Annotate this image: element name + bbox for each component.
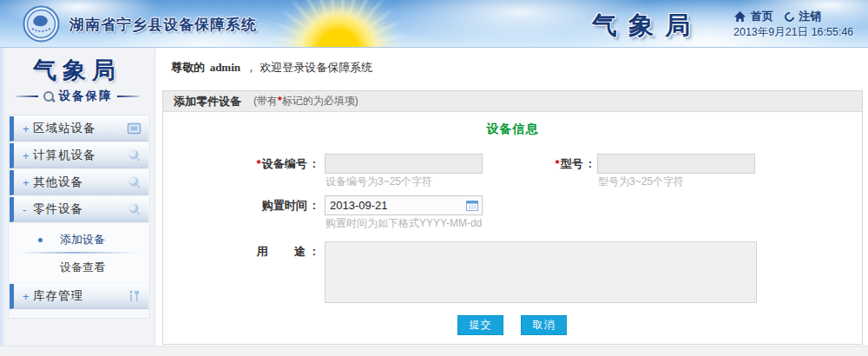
device-info-form: 设备信息 *设备编号: 设备编号为3~25个字符 *型号:: [163, 112, 862, 344]
sidebar-item-other-equipment[interactable]: + 其他设备: [10, 170, 148, 195]
required-note: (带有*标记的为必填项): [253, 94, 358, 109]
device-swoosh-icon: [127, 175, 141, 189]
subitem-label: 设备查看: [60, 260, 105, 274]
sidebar-item-computer-equipment[interactable]: + 计算机设备: [10, 143, 148, 168]
parts-equipment-submenu: 添加设备 设备查看: [10, 224, 148, 282]
required-asterisk: *: [257, 157, 261, 170]
label-text: 用途: [257, 241, 332, 261]
purchase-date-hint: 购置时间为如下格式YYYY-MM-dd: [326, 216, 482, 231]
subitem-label: 添加设备: [60, 233, 105, 246]
expand-plus-icon: +: [23, 290, 33, 303]
note-text: 标记的为必填项): [282, 95, 358, 107]
expand-plus-icon: +: [23, 149, 33, 162]
welcome-username: admin: [208, 61, 242, 74]
colon: :: [312, 245, 316, 258]
sidebar-subtitle-row: 设备保障: [0, 89, 155, 104]
sidebar-subitem-view-device[interactable]: 设备查看: [10, 257, 148, 278]
top-banner: 湖南省宁乡县设备保障系统 气象局 首页 注销 2013年9月21日 16:55:…: [0, 0, 868, 48]
add-part-equipment-panel: 添加零件设备 (带有*标记的为必填项) 设备信息 *设备编号: 设备编号为3~2…: [162, 90, 863, 345]
usage-label: 用途:: [163, 241, 316, 261]
footer-strip: [0, 346, 868, 356]
system-title: 湖南省宁乡县设备保障系统: [69, 15, 257, 35]
colon: :: [589, 157, 592, 170]
welcome-suffix: ， 欢迎登录设备保障系统: [246, 61, 373, 74]
sidebar-item-label: 区域站设备: [33, 121, 96, 136]
label-text: 设备编号: [262, 157, 307, 170]
model-field-wrap: [597, 154, 755, 174]
sidebar-menu: + 区域站设备 + 计算机设备: [8, 115, 150, 319]
device-number-label: *设备编号:: [163, 154, 316, 174]
purchase-date-input[interactable]: [326, 196, 463, 214]
logout-icon[interactable]: [783, 10, 796, 23]
datetime-text: 2013年9月21日 16:55:46: [733, 25, 853, 40]
divider: [20, 252, 138, 254]
sidebar-item-parts-equipment[interactable]: - 零件设备: [10, 197, 148, 222]
sidebar-item-inventory-management[interactable]: + 库存管理: [10, 284, 148, 309]
collapse-minus-icon: -: [23, 203, 33, 216]
monitor-icon: [127, 122, 141, 135]
submit-button[interactable]: 提交: [457, 315, 503, 335]
cancel-button[interactable]: 取消: [521, 315, 567, 335]
main-content: 尊敬的 admin ， 欢迎登录设备保障系统 添加零件设备 (带有*标记的为必填…: [155, 48, 868, 346]
welcome-message: 尊敬的 admin ， 欢迎登录设备保障系统: [155, 48, 868, 77]
usage-textarea[interactable]: [325, 241, 757, 303]
sidebar-subitem-add-device[interactable]: 添加设备: [10, 229, 148, 250]
colon: :: [312, 199, 316, 212]
note-text: (带有: [253, 95, 278, 107]
tools-icon: [127, 289, 141, 303]
expand-plus-icon: +: [23, 122, 33, 135]
bullet-icon: [38, 238, 43, 242]
model-label: *型号:: [443, 154, 592, 174]
sun-graphic: [269, 0, 408, 48]
label-text: 购置时间: [262, 199, 307, 212]
device-number-hint: 设备编号为3~25个字符: [326, 175, 432, 189]
sidebar-item-label: 零件设备: [33, 201, 83, 217]
panel-title: 添加零件设备: [174, 94, 241, 109]
divider: [16, 96, 38, 97]
model-hint: 型号为3~25个字符: [598, 175, 684, 189]
device-swoosh-icon: [127, 202, 141, 216]
divider: [117, 96, 140, 97]
label-text: 型号: [561, 157, 583, 170]
bureau-title: 气象局: [592, 9, 701, 43]
sidebar-title: 气象局: [0, 55, 155, 86]
device-swoosh-icon: [127, 148, 141, 162]
sidebar-item-label: 计算机设备: [33, 148, 96, 163]
home-icon[interactable]: [733, 10, 746, 23]
expand-plus-icon: +: [23, 176, 33, 189]
calendar-icon[interactable]: [466, 200, 478, 211]
search-icon: [43, 90, 55, 102]
logout-link[interactable]: 注销: [799, 9, 821, 24]
page: 湖南省宁乡县设备保障系统 气象局 首页 注销 2013年9月21日 16:55:…: [0, 0, 868, 356]
purchase-date-field-wrap: [325, 195, 483, 215]
colon: :: [312, 157, 316, 170]
bureau-logo-icon: [23, 5, 60, 43]
section-title: 设备信息: [163, 122, 862, 137]
sidebar-item-label: 其他设备: [33, 175, 83, 190]
sidebar: 气象局 设备保障 + 区域站设备: [0, 48, 155, 346]
sidebar-item-regional-station-equipment[interactable]: + 区域站设备: [10, 116, 148, 142]
sidebar-item-label: 库存管理: [33, 288, 83, 304]
required-asterisk: *: [556, 157, 560, 170]
model-input[interactable]: [598, 155, 754, 173]
purchase-date-label: 购置时间:: [163, 195, 316, 215]
sidebar-subtitle: 设备保障: [59, 89, 113, 104]
home-link[interactable]: 首页: [751, 9, 773, 24]
welcome-prefix: 尊敬的: [171, 61, 205, 74]
panel-header: 添加零件设备 (带有*标记的为必填项): [163, 91, 862, 112]
